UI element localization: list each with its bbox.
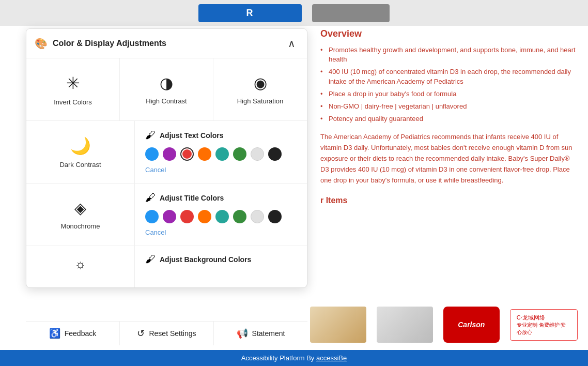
monochrome-row: ◈ Monochrome 🖌 Adjust Title Colors Cance…: [26, 184, 307, 246]
title-color-swatch-light[interactable]: [251, 210, 264, 223]
option-high-saturation[interactable]: ◉ High Saturation: [213, 58, 307, 120]
dark-contrast-label: Dark Contrast: [59, 161, 101, 169]
product-image-2: [377, 307, 433, 343]
bg-colors-title: Adjust Background Colors: [160, 255, 251, 264]
bullet-item: 400 IU (10 mcg) of concentrated vitamin …: [320, 67, 578, 86]
bg-colors-header: 🖌 Adjust Background Colors: [145, 253, 297, 265]
accessibe-link[interactable]: accessiBe: [316, 354, 347, 362]
text-color-swatch-orange[interactable]: [198, 147, 211, 161]
low-saturation-icon: ☼: [75, 257, 86, 271]
panel-close-button[interactable]: ∧: [285, 36, 299, 51]
high-contrast-label: High Contrast: [146, 97, 187, 105]
top-banner: R: [0, 0, 588, 26]
title-colors-header: 🖌 Adjust Title Colors: [145, 192, 297, 204]
bg-colors-icon: 🖌: [145, 253, 156, 265]
title-colors-section: 🖌 Adjust Title Colors Cancel: [135, 184, 307, 246]
text-color-swatch-dark[interactable]: [268, 147, 282, 161]
dark-contrast-icon: 🌙: [70, 136, 91, 156]
title-color-swatch-red[interactable]: [180, 210, 194, 223]
overview-title: Overview: [320, 28, 578, 39]
title-color-swatch-dark[interactable]: [268, 210, 282, 223]
dark-contrast-row: 🌙 Dark Contrast 🖌 Adjust Text Colors Can…: [26, 121, 307, 184]
accessibility-panel: 🎨 Color & Display Adjustments ∧ ✳ Invert…: [26, 28, 307, 288]
bullet-list: Promotes healthy growth and development,…: [320, 45, 578, 124]
top-options-row: ✳ Invert Colors ◑ High Contrast ◉ High S…: [26, 58, 307, 121]
feedback-icon: ♿: [49, 328, 60, 339]
text-color-swatch-purple[interactable]: [163, 147, 176, 161]
title-colors-title: Adjust Title Colors: [160, 194, 224, 202]
title-color-swatch-blue[interactable]: [145, 210, 159, 223]
invert-colors-icon: ✳: [66, 73, 80, 93]
option-low-saturation[interactable]: ☼: [26, 246, 135, 287]
accessibe-bar: Accessibility Platform By accessiBe: [0, 350, 588, 366]
overview-body: The American Academy of Pediatrics recom…: [320, 132, 578, 186]
text-color-swatch-light[interactable]: [251, 147, 264, 161]
panel-header-left: 🎨 Color & Display Adjustments: [35, 37, 166, 50]
title-color-swatch-green[interactable]: [233, 210, 246, 223]
text-colors-cancel-button[interactable]: Cancel: [145, 165, 166, 175]
title-color-swatch-purple[interactable]: [163, 210, 176, 223]
text-colors-section: 🖌 Adjust Text Colors Cancel: [135, 121, 307, 183]
text-color-swatch-red[interactable]: [180, 147, 194, 161]
accessibe-text: Accessibility Platform By: [241, 354, 316, 362]
option-invert-colors[interactable]: ✳ Invert Colors: [26, 58, 120, 120]
text-color-swatch-teal[interactable]: [215, 147, 229, 161]
text-colors-icon: 🖌: [145, 129, 156, 141]
statement-label: Statement: [252, 329, 285, 338]
product-images-row: Carlson C·龙域网络 专业定制·免费维护·安心放心: [310, 304, 578, 345]
bullet-item: Non-GMO | dairy-free | vegetarian | unfl…: [320, 102, 578, 111]
carlson-logo: Carlson: [443, 307, 500, 343]
text-color-swatch-green[interactable]: [233, 147, 246, 161]
bullet-item: Place a drop in your baby's food or form…: [320, 89, 578, 99]
text-color-swatch-blue[interactable]: [145, 147, 159, 161]
option-dark-contrast[interactable]: 🌙 Dark Contrast: [26, 121, 135, 183]
reset-settings-button[interactable]: ↺ Reset Settings: [120, 322, 214, 345]
high-saturation-icon: ◉: [254, 74, 267, 92]
title-color-swatch-orange[interactable]: [198, 210, 211, 223]
text-colors-header: 🖌 Adjust Text Colors: [145, 129, 297, 141]
invert-colors-label: Invert Colors: [54, 98, 92, 106]
chinese-brand-text: C·龙域网络 专业定制·免费维护·安心放心: [510, 309, 578, 341]
related-items-title: r Items: [320, 196, 578, 205]
text-colors-title: Adjust Text Colors: [160, 131, 223, 140]
option-monochrome[interactable]: ◈ Monochrome: [26, 184, 135, 246]
panel-title: Color & Display Adjustments: [53, 39, 166, 48]
option-high-contrast[interactable]: ◑ High Contrast: [120, 58, 213, 120]
reset-label: Reset Settings: [149, 329, 196, 338]
title-color-swatches: [145, 210, 297, 223]
product-image-1: [310, 307, 366, 343]
high-saturation-label: High Saturation: [237, 97, 284, 105]
feedback-button[interactable]: ♿ Feedback: [26, 322, 120, 345]
bg-colors-section: 🖌 Adjust Background Colors: [135, 246, 307, 287]
title-color-swatch-teal[interactable]: [215, 210, 229, 223]
title-colors-icon: 🖌: [145, 192, 156, 204]
monochrome-icon: ◈: [74, 199, 86, 217]
feedback-label: Feedback: [65, 329, 96, 338]
panel-header: 🎨 Color & Display Adjustments ∧: [26, 29, 307, 58]
high-contrast-icon: ◑: [160, 74, 173, 92]
text-color-swatches: [145, 147, 297, 161]
palette-icon: 🎨: [35, 37, 48, 50]
bullet-item: Potency and quality guaranteed: [320, 114, 578, 124]
statement-button[interactable]: 📢 Statement: [214, 322, 307, 345]
bg-colors-row: ☼ 🖌 Adjust Background Colors: [26, 246, 307, 287]
right-content-area: Overview Promotes healthy growth and dev…: [320, 28, 578, 314]
title-colors-cancel-button[interactable]: Cancel: [145, 227, 166, 237]
bottom-action-bar: ♿ Feedback ↺ Reset Settings 📢 Statement: [26, 321, 307, 345]
monochrome-label: Monochrome: [61, 222, 100, 230]
reset-icon: ↺: [137, 328, 145, 339]
bullet-item: Promotes healthy growth and development,…: [320, 45, 578, 64]
statement-icon: 📢: [237, 328, 248, 339]
